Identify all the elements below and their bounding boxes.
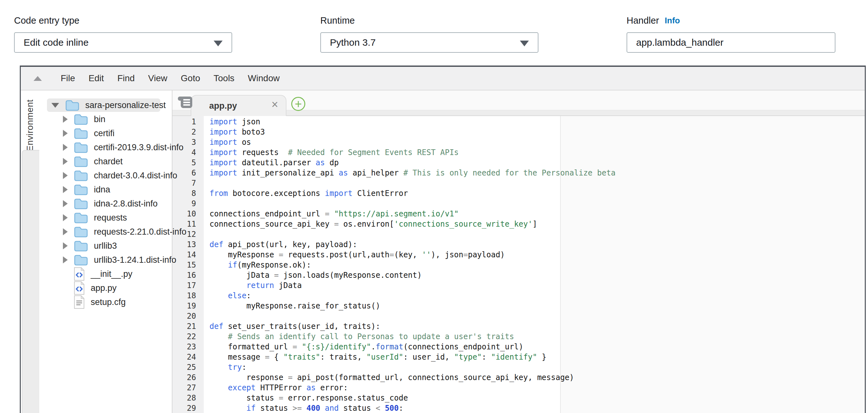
code-line-25: try:	[204, 362, 865, 373]
tree-item-label: setup.cfg	[91, 297, 126, 307]
expand-arrow-icon[interactable]	[63, 228, 68, 235]
tree-item-folder-certifi[interactable]: certifi	[39, 126, 172, 140]
tree-item-label: chardet	[94, 157, 123, 167]
collapse-editor-icon[interactable]	[34, 76, 42, 81]
code-entry-type-select[interactable]: Edit code inline	[14, 32, 232, 53]
code-line-21: def set_user_traits(user_id, traits):	[204, 321, 865, 331]
code-line-27: except HTTPError as error:	[204, 383, 865, 393]
line-number: 13	[173, 239, 204, 249]
runtime-select[interactable]: Python 3.7	[320, 32, 538, 53]
expand-arrow-icon[interactable]	[63, 200, 68, 207]
expand-arrow-icon[interactable]	[63, 158, 68, 165]
tree-item-label: idna	[94, 185, 110, 195]
tree-item-folder-chardet-3.0.4.dist-info[interactable]: chardet-3.0.4.dist-info	[39, 169, 172, 182]
code-line-14: myResponse = requests.post(url,auth=(key…	[204, 249, 865, 260]
folder-icon	[73, 113, 88, 125]
tab-app-py-label: app.py	[209, 101, 237, 111]
tree-item-folder-urllib3[interactable]: urllib3	[39, 239, 172, 253]
tab-environment[interactable]: Environment	[21, 90, 39, 150]
line-number: 29	[173, 403, 204, 413]
tree-item-folder-idna[interactable]: idna	[39, 182, 172, 197]
handler-info-link[interactable]: Info	[665, 16, 680, 26]
file-tree-panel: sara-personalize-testbincertificertifi-2…	[39, 90, 173, 413]
open-files-list-button[interactable]	[177, 95, 193, 111]
tree-item-folder-chardet[interactable]: chardet	[39, 154, 172, 169]
menu-item-edit[interactable]: Edit	[82, 73, 111, 83]
code-line-6: import init_personalize_api as api_helpe…	[204, 168, 865, 178]
line-number: 10	[173, 209, 204, 219]
code-pane[interactable]: import jsonimport boto3import osimport r…	[204, 116, 865, 413]
expand-arrow-icon[interactable]	[63, 116, 68, 123]
code-line-2: import boto3	[204, 127, 865, 137]
menu-item-tools[interactable]: Tools	[207, 73, 241, 83]
line-number: 24	[173, 352, 204, 362]
line-number: 8	[173, 188, 204, 199]
code-line-8: from botocore.exceptions import ClientEr…	[204, 188, 865, 199]
runtime-label: Runtime	[320, 16, 538, 26]
menu-item-window[interactable]: Window	[241, 73, 286, 83]
line-number: 2	[173, 127, 204, 137]
close-tab-icon[interactable]: ×	[272, 99, 278, 110]
tree-item-label: requests-2.21.0.dist-info	[94, 227, 186, 237]
editor-tabstrip: app.py × +	[173, 90, 865, 116]
tree-item-label: sara-personalize-test	[85, 100, 166, 110]
code-line-3: import os	[204, 137, 865, 147]
tree-item-label: certifi-2019.3.9.dist-info	[94, 143, 184, 152]
line-number: 21	[173, 321, 204, 331]
new-tab-button[interactable]: +	[291, 97, 305, 111]
line-number: 5	[173, 157, 204, 168]
menu-item-view[interactable]: View	[142, 73, 174, 83]
code-line-28: status = error.response.status_code	[204, 393, 865, 403]
tree-item-folder-requests[interactable]: requests	[39, 211, 172, 225]
expand-arrow-icon[interactable]	[63, 242, 68, 249]
collapse-arrow-icon[interactable]	[52, 103, 59, 108]
code-line-17: return jData	[204, 281, 865, 291]
runtime-field: Runtime Python 3.7	[320, 16, 538, 53]
handler-label: Handler Info	[626, 16, 835, 26]
code-line-20	[204, 311, 865, 321]
menu-item-find[interactable]: Find	[111, 73, 141, 83]
tree-item-file-setup.cfg[interactable]: setup.cfg	[39, 295, 172, 309]
tree-item-file-__init__.py[interactable]: __init__.py	[39, 267, 172, 281]
expand-arrow-icon[interactable]	[63, 172, 68, 179]
tree-item-folder-urllib3-1.24.1.dist-info[interactable]: urllib3-1.24.1.dist-info	[39, 253, 172, 267]
line-number: 25	[173, 362, 204, 373]
handler-field: Handler Info	[626, 16, 835, 53]
code-line-22: # Sends an identify call to Personas to …	[204, 331, 865, 342]
code-line-7	[204, 178, 865, 188]
menu-item-file[interactable]: File	[54, 73, 82, 83]
expand-arrow-icon[interactable]	[63, 130, 68, 137]
tree-item-label: requests	[94, 213, 127, 223]
code-line-23: formatted_url = "{:s}/identify".format(c…	[204, 342, 865, 352]
line-number-gutter: 1234567891011121314151617181920212223242…	[173, 116, 204, 413]
expand-arrow-icon[interactable]	[63, 186, 68, 193]
tree-item-label: certifi	[94, 128, 115, 139]
expand-arrow-icon[interactable]	[63, 256, 68, 263]
code-entry-type-value: Edit code inline	[24, 37, 89, 48]
expand-arrow-icon[interactable]	[63, 144, 68, 151]
code-line-13: def api_post(url, key, payload):	[204, 239, 865, 249]
code-line-1: import json	[204, 117, 865, 127]
line-number: 22	[173, 331, 204, 342]
tree-item-folder-requests-2.21.0.dist-info[interactable]: requests-2.21.0.dist-info	[39, 225, 172, 239]
menu-item-goto[interactable]: Goto	[174, 73, 207, 83]
code-line-18: else:	[204, 291, 865, 301]
expand-arrow-icon[interactable]	[63, 214, 68, 221]
tree-item-file-app.py[interactable]: app.py	[39, 281, 172, 295]
folder-icon	[73, 141, 88, 153]
editor-column: app.py × + 12345678910111213141516171819…	[173, 90, 865, 413]
folder-icon	[73, 183, 88, 196]
tree-item-root[interactable]: sara-personalize-test	[39, 98, 172, 112]
handler-label-text: Handler	[626, 16, 659, 26]
runtime-value: Python 3.7	[330, 37, 376, 48]
tree-item-folder-idna-2.8.dist-info[interactable]: idna-2.8.dist-info	[39, 197, 172, 211]
code-area: 1234567891011121314151617181920212223242…	[173, 116, 865, 413]
left-dock-empty	[22, 150, 39, 413]
tree-item-folder-bin[interactable]: bin	[39, 112, 172, 126]
menu-items: FileEditFindViewGotoToolsWindow	[54, 73, 286, 83]
code-line-4: import requests # Needed for Segment Eve…	[204, 147, 865, 157]
code-line-10: connections_endpoint_url = "https://api.…	[204, 209, 865, 219]
handler-input[interactable]	[626, 32, 835, 53]
tab-app-py[interactable]: app.py ×	[191, 95, 286, 116]
tree-item-folder-certifi-2019.3.9.dist-info[interactable]: certifi-2019.3.9.dist-info	[39, 140, 172, 154]
